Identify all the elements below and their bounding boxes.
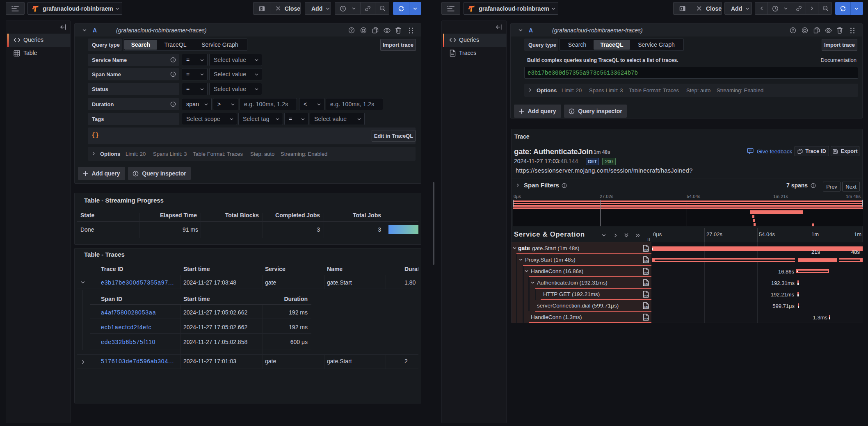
svg-text:LOG: LOG xyxy=(644,260,649,262)
svg-text:LOG: LOG xyxy=(644,248,649,251)
